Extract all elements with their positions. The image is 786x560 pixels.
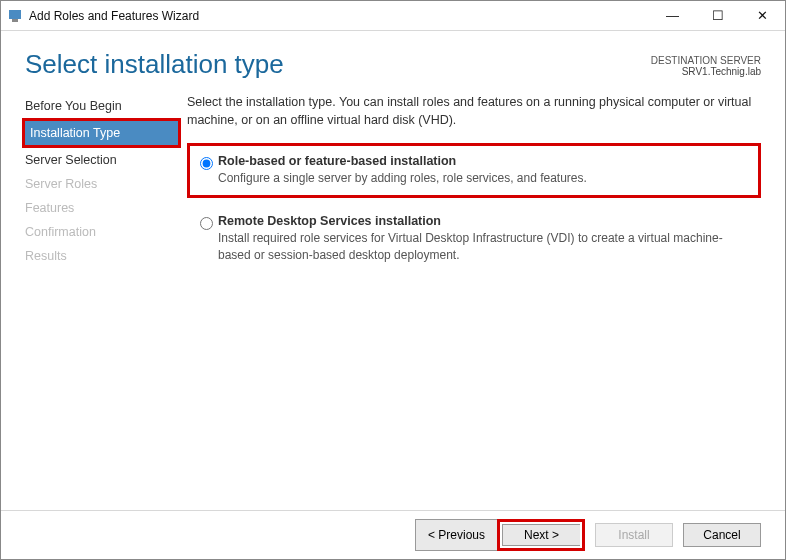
close-button[interactable]: ✕ — [740, 1, 785, 30]
intro-text: Select the installation type. You can in… — [187, 94, 761, 129]
nav-sidebar: Before You Begin Installation Type Serve… — [1, 94, 187, 504]
radio-rds[interactable] — [200, 217, 213, 230]
header: Select installation type DESTINATION SER… — [1, 31, 785, 80]
main-panel: Select the installation type. You can in… — [187, 94, 785, 504]
svg-rect-0 — [9, 10, 21, 19]
nav-confirmation: Confirmation — [25, 220, 187, 244]
next-button[interactable]: Next > — [502, 524, 580, 546]
page-title: Select installation type — [25, 49, 284, 80]
option-rds[interactable]: Remote Desktop Services installation Ins… — [187, 206, 761, 272]
destination-name: SRV1.Technig.lab — [651, 66, 761, 77]
maximize-button[interactable]: ☐ — [695, 1, 740, 30]
cancel-button[interactable]: Cancel — [683, 523, 761, 547]
nav-server-selection[interactable]: Server Selection — [25, 148, 187, 172]
nav-highlight: Installation Type — [22, 118, 181, 148]
next-highlight: Next > — [497, 519, 585, 551]
destination-label: DESTINATION SERVER — [651, 55, 761, 66]
content-area: Before You Begin Installation Type Serve… — [1, 80, 785, 511]
nav-buttons: < Previous Next > — [415, 519, 585, 551]
install-button: Install — [595, 523, 673, 547]
option-role-based[interactable]: Role-based or feature-based installation… — [187, 143, 761, 198]
radio-role-based[interactable] — [200, 157, 213, 170]
minimize-button[interactable]: — — [650, 1, 695, 30]
option-rds-title: Remote Desktop Services installation — [218, 214, 751, 228]
svg-rect-1 — [12, 19, 18, 22]
footer: < Previous Next > Install Cancel — [1, 511, 785, 559]
previous-button[interactable]: < Previous — [415, 519, 497, 551]
titlebar: Add Roles and Features Wizard — ☐ ✕ — [1, 1, 785, 31]
nav-installation-type[interactable]: Installation Type — [25, 121, 178, 145]
wizard-window: Add Roles and Features Wizard — ☐ ✕ Sele… — [0, 0, 786, 560]
window-title: Add Roles and Features Wizard — [29, 9, 650, 23]
option-role-based-title: Role-based or feature-based installation — [218, 154, 748, 168]
option-rds-desc: Install required role services for Virtu… — [218, 230, 751, 264]
destination-server-info: DESTINATION SERVER SRV1.Technig.lab — [651, 49, 761, 77]
nav-features: Features — [25, 196, 187, 220]
nav-before-you-begin[interactable]: Before You Begin — [25, 94, 187, 118]
option-role-based-desc: Configure a single server by adding role… — [218, 170, 748, 187]
app-icon — [7, 8, 23, 24]
window-controls: — ☐ ✕ — [650, 1, 785, 30]
nav-server-roles: Server Roles — [25, 172, 187, 196]
nav-results: Results — [25, 244, 187, 268]
